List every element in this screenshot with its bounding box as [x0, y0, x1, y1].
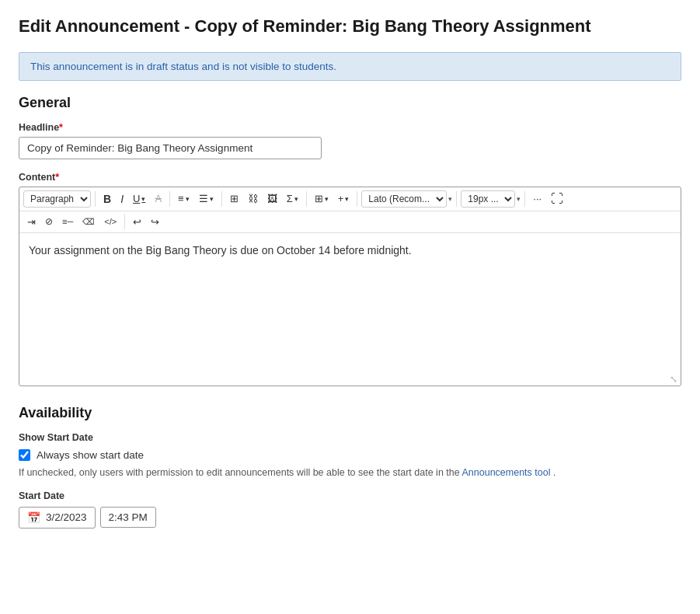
availability-section: Availability Show Start Date Always show…	[19, 405, 681, 529]
html-button[interactable]: </>	[100, 215, 120, 229]
content-label: Content*	[19, 172, 681, 183]
time-picker[interactable]: 2:43 PM	[100, 507, 156, 528]
editor-text: Your assignment on the Big Bang Theory i…	[29, 244, 671, 256]
page-title: Edit Announcement - Copy of Reminder: Bi…	[19, 16, 681, 38]
headline-input[interactable]	[19, 137, 322, 159]
toolbar-row2: ⇥ ⊘ ≡─ ⌫ </> ↩ ↪	[19, 211, 681, 233]
show-start-date-label: Show Start Date	[19, 432, 681, 443]
date-value: 3/2/2023	[46, 511, 87, 523]
divider7	[524, 191, 525, 207]
paragraph-select[interactable]: Paragraph	[23, 190, 91, 208]
divider3	[221, 191, 222, 207]
headline-label: Headline*	[19, 122, 681, 133]
italic-button[interactable]: I	[117, 190, 127, 208]
clear-format-button[interactable]: ≡─	[58, 215, 77, 229]
draft-banner: This announcement is in draft status and…	[19, 52, 681, 81]
font-select[interactable]: Lato (Recom...	[361, 190, 447, 208]
toolbar-row1: Paragraph B I U ▾ A ≡ ▾ ☰ ▾ ⊞ ⛓ 🖼 Σ ▾ ⊞ …	[19, 187, 681, 211]
divider1	[95, 191, 96, 207]
announcements-tool-link[interactable]: Announcements tool	[461, 467, 550, 478]
size-chevron: ▾	[517, 195, 521, 203]
bold-button[interactable]: B	[99, 190, 115, 208]
plus-button[interactable]: + ▾	[334, 190, 353, 207]
time-value: 2:43 PM	[109, 511, 148, 523]
strikethrough-button[interactable]: A	[151, 190, 165, 207]
editor-content-area[interactable]: Your assignment on the Big Bang Theory i…	[19, 233, 681, 373]
content-field-group: Content* Paragraph B I U ▾ A ≡ ▾ ☰ ▾ ⊞ ⛓…	[19, 172, 681, 386]
redo-button[interactable]: ↪	[147, 214, 163, 230]
more-button[interactable]: ···	[529, 190, 545, 207]
divider2	[169, 191, 170, 207]
always-show-row: Always show start date	[19, 449, 681, 461]
indent-button[interactable]: ⇥	[23, 214, 40, 230]
always-show-checkbox[interactable]	[19, 449, 30, 461]
font-chevron: ▾	[448, 195, 452, 203]
general-section-title: General	[19, 95, 681, 111]
page-container: Edit Announcement - Copy of Reminder: Bi…	[0, 0, 700, 614]
list-button[interactable]: ☰ ▾	[195, 190, 218, 207]
formula-button[interactable]: Σ ▾	[283, 190, 302, 207]
table-button[interactable]: ⊞	[226, 190, 242, 207]
link-button[interactable]: ⛓	[244, 190, 262, 207]
content-editor: Paragraph B I U ▾ A ≡ ▾ ☰ ▾ ⊞ ⛓ 🖼 Σ ▾ ⊞ …	[19, 187, 681, 386]
date-picker[interactable]: 📅 3/2/2023	[19, 507, 96, 529]
headline-field-group: Headline*	[19, 122, 681, 159]
undo-button[interactable]: ↩	[129, 214, 145, 230]
remove-format-button[interactable]: ⌫	[78, 215, 99, 229]
draft-banner-text: This announcement is in draft status and…	[30, 61, 336, 72]
divider6	[456, 191, 457, 207]
divider4	[306, 191, 307, 207]
divider5	[357, 191, 357, 207]
outdent-button[interactable]: ⊘	[41, 214, 57, 229]
align-button[interactable]: ≡ ▾	[174, 190, 193, 207]
availability-section-title: Availability	[19, 405, 681, 421]
divider8	[124, 214, 125, 229]
image-button[interactable]: 🖼	[263, 190, 281, 207]
resize-handle[interactable]: ⤡	[19, 373, 681, 385]
hint-text: If unchecked, only users with permission…	[19, 467, 681, 478]
size-select[interactable]: 19px ...	[461, 190, 515, 208]
underline-button[interactable]: U ▾	[129, 190, 149, 207]
start-date-label: Start Date	[19, 490, 681, 501]
fullscreen-button[interactable]: ⛶	[547, 190, 567, 208]
always-show-label: Always show start date	[37, 449, 144, 461]
date-time-row: 📅 3/2/2023 2:43 PM	[19, 507, 681, 529]
grid-button[interactable]: ⊞ ▾	[311, 190, 333, 207]
calendar-icon: 📅	[27, 511, 40, 524]
